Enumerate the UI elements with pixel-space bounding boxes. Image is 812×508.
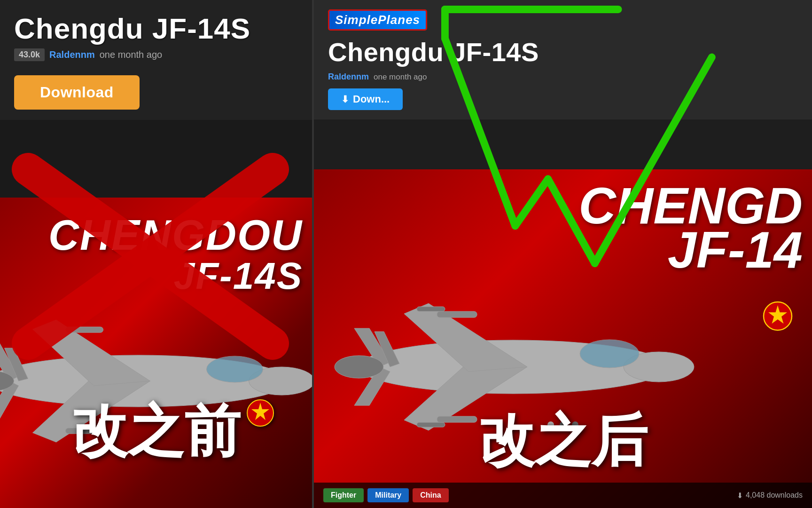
svg-point-23 [335, 356, 383, 378]
svg-rect-26 [417, 422, 445, 427]
downloads-count: ⬇ 4,048 downloads [737, 491, 803, 500]
left-views-badge: 43.0k [14, 48, 45, 61]
svg-point-2 [207, 356, 263, 382]
left-download-button[interactable]: Download [14, 75, 140, 110]
tag-fighter-button[interactable]: Fighter [323, 488, 364, 502]
right-title: Chengdu JF-14S [328, 37, 798, 67]
download-icon: ⬇ [341, 94, 349, 105]
left-meta-row: 43.0k Raldennm one month ago [14, 48, 298, 61]
right-author[interactable]: Raldennm [328, 72, 369, 82]
chinese-after-label: 改之后 [478, 403, 648, 480]
downloads-arrow-icon: ⬇ [737, 491, 743, 500]
left-time: one month ago [100, 49, 162, 60]
left-title: Chengdu JF-14S [14, 13, 298, 44]
right-time: one month ago [374, 72, 427, 82]
right-download-button[interactable]: ⬇ Down... [328, 88, 403, 110]
left-jet-text-overlay: CHENGDOU JF-14S [48, 216, 303, 298]
left-star-icon [246, 399, 274, 433]
sp-logo-text: SimplePlanes [328, 9, 427, 31]
right-top-section: SimplePlanes Chengdu JF-14S Raldennm one… [314, 0, 812, 119]
right-jet-text-overlay: CHENGD JF-14 [578, 183, 803, 271]
svg-rect-24 [437, 416, 477, 422]
downloads-number: 4,048 downloads [746, 491, 803, 500]
right-bottom-bar: Fighter Military China ⬇ 4,048 downloads [314, 483, 812, 508]
right-download-label: Down... [353, 93, 390, 105]
svg-rect-25 [437, 311, 477, 318]
right-panel: SimplePlanes Chengdu JF-14S Raldennm one… [314, 0, 812, 508]
tag-china-button[interactable]: China [413, 488, 448, 502]
svg-point-17 [580, 340, 639, 368]
svg-rect-10 [66, 327, 103, 333]
chinese-before-label: 改之前 [71, 394, 241, 470]
left-top-section: Chengdu JF-14S 43.0k Raldennm one month … [0, 0, 312, 120]
right-star-icon [763, 301, 793, 338]
right-meta-row: Raldennm one month ago [328, 72, 798, 82]
simpleplaneslogo: SimplePlanes [328, 9, 798, 31]
tag-buttons-group: Fighter Military China [323, 488, 449, 502]
svg-rect-27 [417, 307, 445, 311]
left-author-link[interactable]: Raldennm [49, 49, 95, 60]
tag-military-button[interactable]: Military [367, 488, 409, 502]
left-jet-text-line1: CHENGDOU [48, 216, 303, 254]
left-panel: Chengdu JF-14S 43.0k Raldennm one month … [0, 0, 312, 508]
